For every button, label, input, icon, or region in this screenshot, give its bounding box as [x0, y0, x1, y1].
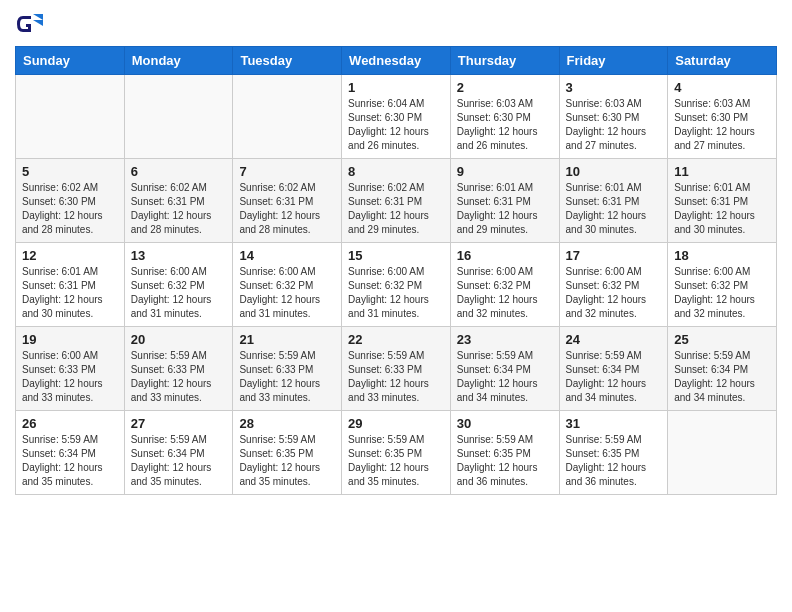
calendar-cell — [668, 411, 777, 495]
calendar-cell: 26Sunrise: 5:59 AMSunset: 6:34 PMDayligh… — [16, 411, 125, 495]
day-number: 27 — [131, 416, 227, 431]
day-number: 4 — [674, 80, 770, 95]
calendar-cell: 18Sunrise: 6:00 AMSunset: 6:32 PMDayligh… — [668, 243, 777, 327]
calendar-week-row: 12Sunrise: 6:01 AMSunset: 6:31 PMDayligh… — [16, 243, 777, 327]
calendar-cell — [233, 75, 342, 159]
day-number: 3 — [566, 80, 662, 95]
day-info: Sunrise: 6:01 AMSunset: 6:31 PMDaylight:… — [566, 181, 662, 237]
day-info: Sunrise: 6:00 AMSunset: 6:32 PMDaylight:… — [457, 265, 553, 321]
weekday-header: Thursday — [450, 47, 559, 75]
logo — [15, 10, 47, 38]
day-number: 14 — [239, 248, 335, 263]
day-info: Sunrise: 5:59 AMSunset: 6:34 PMDaylight:… — [22, 433, 118, 489]
day-info: Sunrise: 6:00 AMSunset: 6:33 PMDaylight:… — [22, 349, 118, 405]
calendar-cell: 16Sunrise: 6:00 AMSunset: 6:32 PMDayligh… — [450, 243, 559, 327]
day-number: 9 — [457, 164, 553, 179]
header — [15, 10, 777, 38]
day-number: 17 — [566, 248, 662, 263]
calendar-cell: 29Sunrise: 5:59 AMSunset: 6:35 PMDayligh… — [342, 411, 451, 495]
calendar-week-row: 26Sunrise: 5:59 AMSunset: 6:34 PMDayligh… — [16, 411, 777, 495]
calendar-cell — [16, 75, 125, 159]
day-info: Sunrise: 6:00 AMSunset: 6:32 PMDaylight:… — [674, 265, 770, 321]
day-info: Sunrise: 5:59 AMSunset: 6:34 PMDaylight:… — [566, 349, 662, 405]
day-number: 5 — [22, 164, 118, 179]
day-number: 10 — [566, 164, 662, 179]
day-info: Sunrise: 6:00 AMSunset: 6:32 PMDaylight:… — [131, 265, 227, 321]
calendar-cell: 3Sunrise: 6:03 AMSunset: 6:30 PMDaylight… — [559, 75, 668, 159]
calendar-week-row: 5Sunrise: 6:02 AMSunset: 6:30 PMDaylight… — [16, 159, 777, 243]
calendar-week-row: 1Sunrise: 6:04 AMSunset: 6:30 PMDaylight… — [16, 75, 777, 159]
day-number: 25 — [674, 332, 770, 347]
calendar-cell: 22Sunrise: 5:59 AMSunset: 6:33 PMDayligh… — [342, 327, 451, 411]
day-info: Sunrise: 5:59 AMSunset: 6:33 PMDaylight:… — [348, 349, 444, 405]
day-info: Sunrise: 6:00 AMSunset: 6:32 PMDaylight:… — [566, 265, 662, 321]
calendar-cell: 15Sunrise: 6:00 AMSunset: 6:32 PMDayligh… — [342, 243, 451, 327]
calendar-cell: 10Sunrise: 6:01 AMSunset: 6:31 PMDayligh… — [559, 159, 668, 243]
calendar-cell: 1Sunrise: 6:04 AMSunset: 6:30 PMDaylight… — [342, 75, 451, 159]
day-info: Sunrise: 6:01 AMSunset: 6:31 PMDaylight:… — [22, 265, 118, 321]
day-info: Sunrise: 5:59 AMSunset: 6:35 PMDaylight:… — [348, 433, 444, 489]
day-info: Sunrise: 6:03 AMSunset: 6:30 PMDaylight:… — [674, 97, 770, 153]
weekday-header: Sunday — [16, 47, 125, 75]
calendar-cell: 14Sunrise: 6:00 AMSunset: 6:32 PMDayligh… — [233, 243, 342, 327]
day-info: Sunrise: 6:02 AMSunset: 6:31 PMDaylight:… — [131, 181, 227, 237]
day-info: Sunrise: 6:01 AMSunset: 6:31 PMDaylight:… — [674, 181, 770, 237]
day-number: 6 — [131, 164, 227, 179]
weekday-header: Wednesday — [342, 47, 451, 75]
day-number: 18 — [674, 248, 770, 263]
calendar-cell: 25Sunrise: 5:59 AMSunset: 6:34 PMDayligh… — [668, 327, 777, 411]
day-number: 16 — [457, 248, 553, 263]
calendar-cell: 17Sunrise: 6:00 AMSunset: 6:32 PMDayligh… — [559, 243, 668, 327]
calendar-cell: 21Sunrise: 5:59 AMSunset: 6:33 PMDayligh… — [233, 327, 342, 411]
day-number: 19 — [22, 332, 118, 347]
day-number: 21 — [239, 332, 335, 347]
day-number: 22 — [348, 332, 444, 347]
calendar-cell: 31Sunrise: 5:59 AMSunset: 6:35 PMDayligh… — [559, 411, 668, 495]
day-info: Sunrise: 6:01 AMSunset: 6:31 PMDaylight:… — [457, 181, 553, 237]
day-info: Sunrise: 6:00 AMSunset: 6:32 PMDaylight:… — [348, 265, 444, 321]
calendar-cell: 2Sunrise: 6:03 AMSunset: 6:30 PMDaylight… — [450, 75, 559, 159]
calendar-cell: 28Sunrise: 5:59 AMSunset: 6:35 PMDayligh… — [233, 411, 342, 495]
calendar-cell: 9Sunrise: 6:01 AMSunset: 6:31 PMDaylight… — [450, 159, 559, 243]
day-info: Sunrise: 6:04 AMSunset: 6:30 PMDaylight:… — [348, 97, 444, 153]
calendar-cell: 19Sunrise: 6:00 AMSunset: 6:33 PMDayligh… — [16, 327, 125, 411]
calendar-cell: 5Sunrise: 6:02 AMSunset: 6:30 PMDaylight… — [16, 159, 125, 243]
calendar-cell — [124, 75, 233, 159]
calendar-cell: 30Sunrise: 5:59 AMSunset: 6:35 PMDayligh… — [450, 411, 559, 495]
day-number: 15 — [348, 248, 444, 263]
day-number: 29 — [348, 416, 444, 431]
calendar-cell: 23Sunrise: 5:59 AMSunset: 6:34 PMDayligh… — [450, 327, 559, 411]
day-info: Sunrise: 5:59 AMSunset: 6:33 PMDaylight:… — [239, 349, 335, 405]
day-number: 12 — [22, 248, 118, 263]
day-number: 8 — [348, 164, 444, 179]
day-number: 11 — [674, 164, 770, 179]
day-number: 2 — [457, 80, 553, 95]
day-info: Sunrise: 6:02 AMSunset: 6:30 PMDaylight:… — [22, 181, 118, 237]
calendar-cell: 24Sunrise: 5:59 AMSunset: 6:34 PMDayligh… — [559, 327, 668, 411]
calendar-cell: 6Sunrise: 6:02 AMSunset: 6:31 PMDaylight… — [124, 159, 233, 243]
calendar-week-row: 19Sunrise: 6:00 AMSunset: 6:33 PMDayligh… — [16, 327, 777, 411]
calendar-cell: 12Sunrise: 6:01 AMSunset: 6:31 PMDayligh… — [16, 243, 125, 327]
day-number: 30 — [457, 416, 553, 431]
calendar-cell: 11Sunrise: 6:01 AMSunset: 6:31 PMDayligh… — [668, 159, 777, 243]
calendar-cell: 27Sunrise: 5:59 AMSunset: 6:34 PMDayligh… — [124, 411, 233, 495]
calendar-cell: 13Sunrise: 6:00 AMSunset: 6:32 PMDayligh… — [124, 243, 233, 327]
calendar-page: SundayMondayTuesdayWednesdayThursdayFrid… — [0, 0, 792, 510]
day-info: Sunrise: 6:00 AMSunset: 6:32 PMDaylight:… — [239, 265, 335, 321]
day-number: 7 — [239, 164, 335, 179]
day-info: Sunrise: 6:03 AMSunset: 6:30 PMDaylight:… — [566, 97, 662, 153]
day-number: 26 — [22, 416, 118, 431]
calendar-cell: 20Sunrise: 5:59 AMSunset: 6:33 PMDayligh… — [124, 327, 233, 411]
weekday-header: Monday — [124, 47, 233, 75]
weekday-header: Tuesday — [233, 47, 342, 75]
calendar-cell: 4Sunrise: 6:03 AMSunset: 6:30 PMDaylight… — [668, 75, 777, 159]
day-info: Sunrise: 6:02 AMSunset: 6:31 PMDaylight:… — [348, 181, 444, 237]
day-number: 1 — [348, 80, 444, 95]
day-number: 31 — [566, 416, 662, 431]
day-info: Sunrise: 5:59 AMSunset: 6:35 PMDaylight:… — [457, 433, 553, 489]
day-info: Sunrise: 5:59 AMSunset: 6:34 PMDaylight:… — [457, 349, 553, 405]
weekday-header: Friday — [559, 47, 668, 75]
calendar-table: SundayMondayTuesdayWednesdayThursdayFrid… — [15, 46, 777, 495]
calendar-cell: 8Sunrise: 6:02 AMSunset: 6:31 PMDaylight… — [342, 159, 451, 243]
weekday-header-row: SundayMondayTuesdayWednesdayThursdayFrid… — [16, 47, 777, 75]
